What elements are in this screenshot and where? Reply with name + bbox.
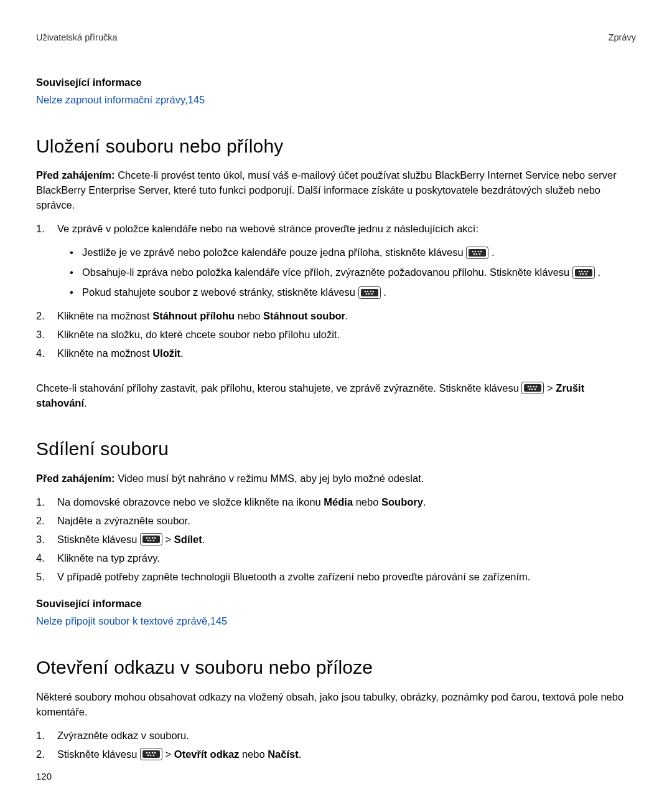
- bullet-item: Jestliže je ve zprávě nebo položce kalen…: [70, 245, 636, 260]
- svg-point-47: [146, 752, 148, 754]
- step-body: Klikněte na možnost Uložit.: [57, 346, 636, 361]
- svg-point-51: [152, 752, 154, 754]
- svg-point-11: [579, 270, 581, 272]
- step-number: 4.: [36, 346, 57, 361]
- step-number: 2.: [36, 514, 57, 529]
- step-number: 3.: [36, 328, 57, 342]
- before-you-begin-1: Před zahájením: Chcete-li provést tento …: [36, 168, 636, 213]
- svg-point-5: [476, 253, 478, 255]
- header-right: Zprávy: [609, 31, 636, 44]
- svg-point-33: [533, 386, 535, 388]
- svg-point-42: [152, 537, 154, 539]
- svg-point-24: [370, 290, 371, 292]
- related-link-line: Nelze zapnout informační zprávy,145: [36, 93, 636, 108]
- svg-rect-10: [575, 269, 592, 276]
- page-header: Uživatelská příručka Zprávy: [36, 31, 636, 44]
- svg-point-29: [528, 386, 530, 388]
- before-you-begin-2: Před zahájením: Video musí být nahráno v…: [36, 471, 636, 486]
- step-number: 3.: [36, 532, 57, 547]
- bullet-item: Pokud stahujete soubor z webové stránky,…: [70, 285, 636, 300]
- blackberry-key-icon: [358, 286, 381, 299]
- svg-point-40: [147, 540, 149, 542]
- section-title-open-link: Otevření odkazu v souboru nebo příloze: [36, 654, 636, 681]
- step-body: Klikněte na možnost Stáhnout přílohu neb…: [57, 309, 636, 324]
- svg-point-15: [584, 270, 586, 272]
- step-number: 1.: [36, 495, 57, 510]
- svg-rect-46: [142, 750, 160, 758]
- steps-share-file: 1. Na domovské obrazovce nebo ve složce …: [36, 495, 636, 585]
- svg-point-49: [147, 755, 149, 757]
- step-body: Najděte a zvýrazněte soubor.: [57, 514, 636, 529]
- svg-point-34: [536, 386, 538, 388]
- svg-point-52: [154, 752, 156, 754]
- svg-point-17: [586, 273, 587, 275]
- cancel-download-note: Chcete-li stahování přílohy zastavit, pa…: [36, 381, 636, 411]
- bullet-item: Obsahuje-li zpráva nebo položka kalendář…: [70, 265, 636, 280]
- step-number: 4.: [36, 551, 57, 566]
- svg-point-43: [154, 537, 156, 539]
- step-number: 5.: [36, 570, 57, 585]
- svg-rect-19: [361, 289, 378, 296]
- svg-point-21: [366, 290, 368, 292]
- svg-point-22: [365, 293, 367, 295]
- steps-open-link: 1. Zvýrazněte odkaz v souboru. 2. Stiskn…: [36, 729, 636, 762]
- steps-save-file: 1. Ve zprávě v položce kalendáře nebo na…: [36, 222, 636, 237]
- svg-point-2: [472, 250, 474, 252]
- section-title-save-file: Uložení souboru nebo přílohy: [36, 133, 636, 160]
- svg-point-31: [529, 389, 531, 390]
- svg-point-20: [364, 290, 366, 292]
- svg-point-25: [372, 290, 374, 292]
- step-body: Stiskněte klávesu > Sdílet.: [57, 532, 636, 547]
- blackberry-key-icon: [140, 748, 162, 760]
- svg-point-38: [146, 537, 148, 539]
- svg-point-13: [580, 273, 582, 275]
- header-left: Uživatelská příručka: [36, 31, 118, 44]
- blackberry-key-icon: [572, 267, 595, 279]
- section-title-share-file: Sdílení souboru: [36, 435, 636, 463]
- svg-point-23: [368, 293, 370, 295]
- svg-point-6: [478, 250, 480, 252]
- svg-point-39: [149, 537, 151, 539]
- step-number: 1.: [36, 729, 57, 743]
- svg-point-16: [587, 270, 589, 272]
- svg-point-26: [371, 293, 373, 295]
- svg-point-7: [480, 250, 482, 252]
- svg-rect-28: [524, 384, 541, 392]
- blackberry-key-icon: [521, 382, 544, 394]
- svg-point-35: [534, 389, 536, 390]
- substeps-save-file: Jestliže je ve zprávě nebo položce kalen…: [70, 245, 636, 300]
- svg-rect-37: [142, 536, 160, 543]
- related-link-line: Nelze připojit soubor k textové zprávě,1…: [36, 614, 636, 629]
- step-body: Zvýrazněte odkaz v souboru.: [57, 729, 636, 743]
- step-body: Klikněte na složku, do které chcete soub…: [57, 328, 636, 342]
- related-link-2[interactable]: Nelze připojit soubor k textové zprávě,1…: [36, 615, 227, 626]
- svg-point-44: [153, 540, 155, 542]
- svg-point-53: [153, 755, 155, 757]
- step-number: 2.: [36, 309, 57, 324]
- step-number: 2.: [36, 747, 57, 762]
- steps-save-file-cont: 2. Klikněte na možnost Stáhnout přílohu …: [36, 309, 636, 361]
- svg-point-48: [149, 752, 151, 754]
- blackberry-key-icon: [140, 533, 162, 545]
- step-number: 1.: [36, 222, 57, 237]
- svg-point-30: [530, 386, 532, 388]
- svg-point-12: [581, 270, 583, 272]
- step-body: V případě potřeby zapněte technologii Bl…: [57, 570, 636, 585]
- section-intro: Některé soubory mohou obsahovat odkazy n…: [36, 690, 636, 720]
- svg-point-32: [531, 389, 533, 390]
- related-info-heading: Související informace: [36, 75, 636, 90]
- svg-point-41: [150, 540, 152, 542]
- svg-point-50: [150, 755, 152, 757]
- page-number: 120: [36, 770, 52, 783]
- svg-point-14: [582, 273, 584, 275]
- related-link-1[interactable]: Nelze zapnout informační zprávy,145: [36, 94, 205, 105]
- svg-rect-1: [469, 249, 486, 257]
- svg-point-4: [474, 253, 475, 255]
- svg-point-3: [475, 250, 477, 252]
- blackberry-key-icon: [466, 247, 488, 259]
- step-body: Ve zprávě v položce kalendáře nebo na we…: [57, 222, 636, 237]
- related-info-heading: Související informace: [36, 597, 636, 611]
- svg-point-8: [479, 253, 481, 255]
- step-body: Stiskněte klávesu > Otevřít odkaz nebo N…: [57, 747, 636, 762]
- step-body: Na domovské obrazovce nebo ve složce kli…: [57, 495, 636, 510]
